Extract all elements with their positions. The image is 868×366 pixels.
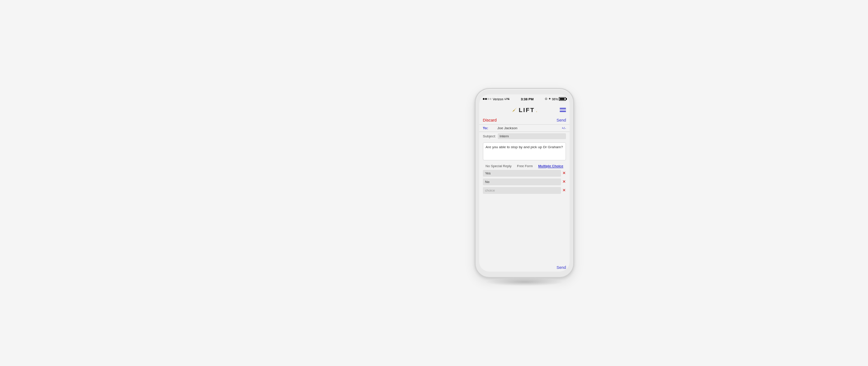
signal-dots xyxy=(483,98,491,100)
status-right: ⊙ ✦ 96% xyxy=(545,97,566,101)
send-button-bottom[interactable]: Send xyxy=(557,265,566,270)
subject-row: Subject: xyxy=(479,131,570,141)
phone-screen: Verizon LTE 3:38 PM ⊙ ✦ 96% xyxy=(479,94,570,272)
discard-button[interactable]: Discard xyxy=(483,118,497,122)
subject-input[interactable] xyxy=(498,133,566,139)
hamburger-menu-icon[interactable] xyxy=(560,108,566,112)
signal-dot-4 xyxy=(490,98,491,100)
network-label: LTE xyxy=(505,98,509,100)
choices-section: ✕ ✕ ✕ xyxy=(479,170,570,263)
to-value[interactable]: Joe Jackson xyxy=(497,126,561,130)
bottom-bar: Send xyxy=(479,263,570,272)
hamburger-line-2 xyxy=(560,109,566,110)
choice-delete-3[interactable]: ✕ xyxy=(562,188,566,192)
action-bar: Discard Send xyxy=(479,116,570,124)
message-body[interactable]: Are you able to stop by and pick up Dr G… xyxy=(483,142,566,160)
signal-dot-3 xyxy=(487,98,489,100)
status-time: 3:38 PM xyxy=(521,97,533,101)
carrier-label: Verizon xyxy=(493,98,503,101)
phone-shadow xyxy=(485,278,564,286)
app-logo: LIFT. xyxy=(511,107,537,113)
battery-fill xyxy=(560,98,565,100)
battery-percent: 96% xyxy=(552,98,558,101)
choice-input-3[interactable] xyxy=(483,187,561,194)
signal-dot-1 xyxy=(483,98,485,100)
hamburger-line-1 xyxy=(560,108,566,109)
subject-label: Subject: xyxy=(483,134,496,138)
reply-tabs: No Special Reply Free Form Multiple Choi… xyxy=(479,162,570,170)
choice-row-3: ✕ xyxy=(483,187,566,194)
choice-input-2[interactable] xyxy=(483,178,561,185)
phone-device: Verizon LTE 3:38 PM ⊙ ✦ 96% xyxy=(475,88,574,278)
battery-icon xyxy=(559,97,566,101)
logo-dot: . xyxy=(536,107,538,113)
app-header: LIFT. xyxy=(479,103,570,116)
choice-row-2: ✕ xyxy=(483,178,566,185)
tab-no-special-reply[interactable]: No Special Reply xyxy=(486,164,512,168)
logo-text: LIFT xyxy=(519,107,534,113)
bluetooth-icon: ✦ xyxy=(548,97,551,101)
choice-input-1[interactable] xyxy=(483,170,561,177)
logo-feather-icon xyxy=(511,107,518,113)
to-field-row: To: Joe Jackson +/- xyxy=(479,124,570,131)
choice-delete-2[interactable]: ✕ xyxy=(562,180,566,184)
status-left: Verizon LTE xyxy=(483,98,509,101)
to-action[interactable]: +/- xyxy=(561,126,566,130)
choice-row-1: ✕ xyxy=(483,170,566,177)
send-button-top[interactable]: Send xyxy=(557,118,566,122)
status-bar: Verizon LTE 3:38 PM ⊙ ✦ 96% xyxy=(479,94,570,103)
wifi-icon: ⊙ xyxy=(545,97,547,101)
tab-multiple-choice[interactable]: Multiple Choice xyxy=(538,164,563,168)
hamburger-line-3 xyxy=(560,111,566,112)
choice-delete-1[interactable]: ✕ xyxy=(562,171,566,175)
signal-dot-2 xyxy=(485,98,487,100)
tab-free-form[interactable]: Free Form xyxy=(517,164,533,168)
to-label: To: xyxy=(483,126,495,130)
phone-shell: Verizon LTE 3:38 PM ⊙ ✦ 96% xyxy=(475,88,574,278)
